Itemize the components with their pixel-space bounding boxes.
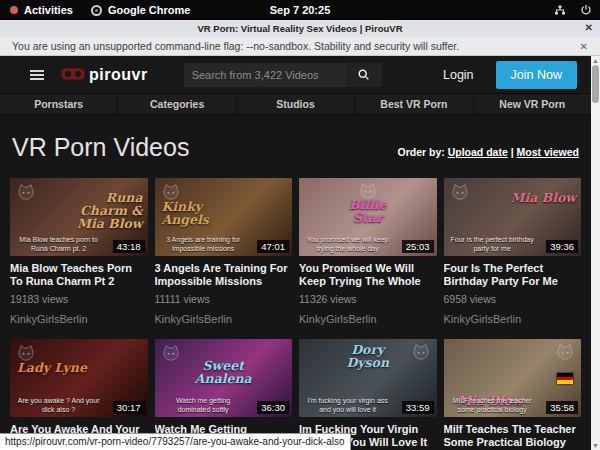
duration-badge: 25:03: [402, 240, 434, 253]
network-icon[interactable]: [554, 4, 566, 16]
video-thumbnail[interactable]: Kinky Angels 3 Angels are training for i…: [155, 178, 293, 256]
view-count: 11111 views: [155, 293, 293, 305]
app-menu-label: Google Chrome: [108, 4, 191, 16]
duration-badge: 33:59: [402, 401, 434, 414]
thumb-caption: I'm fucking your virgin ass and you will…: [305, 396, 390, 414]
video-thumbnail[interactable]: Mia Blow MILF teaches the teacher some p…: [444, 339, 582, 417]
nav-item-new-vr-porn[interactable]: New VR Porn: [474, 94, 591, 114]
activities-button[interactable]: Activities: [10, 4, 73, 16]
nav-item-categories[interactable]: Categories: [118, 94, 236, 114]
studio-mask-icon: [450, 183, 470, 201]
search-bar: [184, 63, 382, 87]
window-title-bar: VR Porn: Virtual Reality Sex Videos | Pi…: [0, 20, 600, 37]
thumb-overlay-title: Sweet Analena: [189, 359, 258, 385]
order-upload-date-link[interactable]: Upload date: [448, 146, 508, 158]
video-title[interactable]: Mia Blow Teaches Porn To Runa Charm Pt 2: [10, 262, 148, 287]
video-card[interactable]: Billie Star You promised we will keep tr…: [299, 178, 437, 325]
studio-link[interactable]: KinkyGirlsBerlin: [155, 313, 293, 325]
studio-link[interactable]: KinkyGirlsBerlin: [299, 313, 437, 325]
video-thumbnail[interactable]: Sweet Analena Watch me getting dominated…: [155, 339, 293, 417]
video-card[interactable]: Mia Blow MILF teaches the teacher some p…: [444, 339, 582, 450]
infobar-close-button[interactable]: ✕: [580, 41, 588, 52]
video-title[interactable]: 3 Angels Are Training For Impossible Mis…: [155, 262, 293, 287]
video-title[interactable]: Milf Teaches The Teacher Some Practical …: [444, 423, 582, 448]
video-card[interactable]: Mia Blow Four is the perfect birthday pa…: [444, 178, 582, 325]
video-title[interactable]: You Promised We Will Keep Trying The Who…: [299, 262, 437, 287]
main-nav: PornstarsCategoriesStudiosBest VR PornNe…: [0, 94, 591, 115]
video-thumbnail[interactable]: Runa Charm & Mia Blow Mia Blow teaches p…: [10, 178, 148, 256]
studio-mask-icon: [16, 183, 36, 201]
studio-link[interactable]: KinkyGirlsBerlin: [10, 313, 148, 325]
clock[interactable]: Sep 7 20:25: [270, 4, 331, 16]
site-logo[interactable]: pirouvr: [60, 66, 148, 84]
browser-viewport: pirouvr Login Join Now PornstarsCategori…: [0, 56, 600, 450]
join-now-button[interactable]: Join Now: [496, 61, 577, 89]
view-count: 6958 views: [444, 293, 582, 305]
vr-headset-icon: [60, 67, 86, 82]
duration-badge: 47:01: [257, 240, 289, 253]
thumb-caption: You promised we will keep trying the who…: [305, 235, 390, 253]
power-icon[interactable]: [580, 4, 592, 16]
thumb-caption: MILF teaches the teacher some practical …: [450, 396, 535, 414]
search-icon: [357, 68, 370, 81]
thumb-overlay-title: Billie Star: [333, 198, 402, 224]
site-header: pirouvr Login Join Now: [0, 56, 591, 94]
thumb-caption: 3 Angels are training for impossible mis…: [161, 235, 246, 253]
thumb-overlay-title: Dory Dyson: [333, 343, 402, 369]
thumb-caption: Are you awake ? And your dick also ?: [16, 396, 101, 414]
studio-mask-icon: [161, 344, 181, 362]
video-card[interactable]: Kinky Angels 3 Angels are training for i…: [155, 178, 293, 325]
scrollbar-down-arrow[interactable]: ▼: [591, 441, 600, 450]
infobar-message: You are using an unsupported command-lin…: [0, 40, 459, 52]
chrome-icon: [91, 5, 102, 16]
scrollbar[interactable]: ▲ ▼: [591, 56, 600, 450]
video-grid: Runa Charm & Mia Blow Mia Blow teaches p…: [0, 178, 591, 450]
scrollbar-thumb[interactable]: [592, 65, 599, 103]
nav-item-pornstars[interactable]: Pornstars: [0, 94, 118, 114]
window-title: VR Porn: Virtual Reality Sex Videos | Pi…: [197, 23, 402, 34]
duration-badge: 35:58: [546, 401, 578, 414]
german-flag-icon: [557, 373, 573, 384]
page-title: VR Porn Videos: [12, 133, 189, 162]
nav-item-studios[interactable]: Studios: [237, 94, 355, 114]
studio-link[interactable]: KinkyGirlsBerlin: [444, 313, 582, 325]
thumb-overlay-title: Runa Charm & Mia Blow: [63, 191, 143, 230]
video-thumbnail[interactable]: Mia Blow Four is the perfect birthday pa…: [444, 178, 582, 256]
duration-badge: 43:18: [113, 240, 145, 253]
search-input[interactable]: [184, 63, 346, 87]
thumb-caption: Mia Blow teaches porn to Runa Charm pt. …: [16, 235, 101, 253]
video-thumbnail[interactable]: Billie Star You promised we will keep tr…: [299, 178, 437, 256]
duration-badge: 36:30: [257, 401, 289, 414]
duration-badge: 39:36: [546, 240, 578, 253]
video-card[interactable]: Runa Charm & Mia Blow Mia Blow teaches p…: [10, 178, 148, 325]
recording-indicator-dot: [10, 6, 18, 14]
logo-text: pirouvr: [89, 66, 148, 84]
studio-mask-icon: [411, 343, 431, 361]
view-count: 11326 views: [299, 293, 437, 305]
view-count: 19183 views: [10, 293, 148, 305]
thumb-overlay-title: Lady Lyne: [17, 361, 87, 374]
thumb-overlay-title: Kinky Angels: [162, 200, 238, 226]
activities-label: Activities: [24, 4, 73, 16]
login-link[interactable]: Login: [443, 68, 474, 82]
video-thumbnail[interactable]: Lady Lyne Are you awake ? And your dick …: [10, 339, 148, 417]
search-button[interactable]: [346, 63, 382, 87]
studio-mask-icon: [555, 343, 575, 361]
order-most-viewed-link[interactable]: Most viewed: [517, 146, 579, 158]
screen: Activities Google Chrome Sep 7 20:25: [0, 0, 600, 450]
video-title[interactable]: Four Is The Perfect Birthday Party For M…: [444, 262, 582, 287]
app-menu-google-chrome[interactable]: Google Chrome: [91, 4, 191, 16]
thumb-caption: Watch me getting dominated softly: [161, 396, 246, 414]
scrollbar-up-arrow[interactable]: ▲: [591, 56, 600, 65]
order-by-label: Order by:: [397, 146, 444, 158]
nav-item-best-vr-porn[interactable]: Best VR Porn: [355, 94, 473, 114]
window-close-button[interactable]: ✕: [585, 22, 593, 33]
hamburger-menu-icon[interactable]: [30, 70, 44, 80]
duration-badge: 30:17: [113, 401, 145, 414]
system-top-bar: Activities Google Chrome Sep 7 20:25: [0, 0, 600, 20]
chrome-infobar: You are using an unsupported command-lin…: [0, 37, 600, 56]
order-separator: |: [511, 146, 514, 158]
thumb-caption: Four is the perfect birthday party for m…: [450, 235, 535, 253]
video-thumbnail[interactable]: Dory Dyson I'm fucking your virgin ass a…: [299, 339, 437, 417]
status-bar-url: https://pirouvr.com/vr-porn-video/779325…: [0, 433, 351, 450]
